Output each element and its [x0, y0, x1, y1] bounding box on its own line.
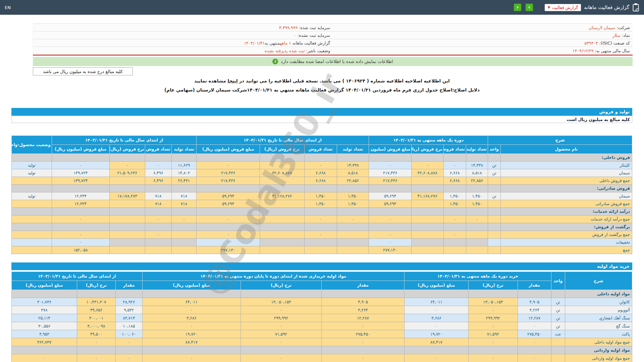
- value-cell: [337, 223, 369, 231]
- value-cell: [443, 239, 466, 246]
- value-cell: [443, 223, 466, 231]
- section-row: مواد اولیه وارداتی: [12, 346, 632, 354]
- value-cell: [145, 185, 171, 192]
- value-cell: [412, 239, 443, 246]
- value-cell: ۲۷۷,۱۳۰: [197, 246, 260, 254]
- value-cell: ۰: [240, 306, 321, 314]
- value-cell: [115, 346, 142, 354]
- value-cell: ۰: [304, 162, 337, 169]
- value-cell: [240, 346, 321, 354]
- value-cell: ۱,۴۵۰: [466, 200, 488, 208]
- row-label: سنگ گچ: [565, 322, 632, 330]
- previous-report-button[interactable]: ‹: [514, 4, 521, 11]
- unit-cell: [488, 200, 500, 208]
- value-cell: ۸,۵۱۸: [337, 169, 369, 177]
- value-cell: [12, 346, 77, 354]
- value-cell: [260, 154, 305, 162]
- value-cell: ۵۹,۶۹۴: [197, 192, 260, 200]
- value-cell: ۰: [337, 216, 369, 223]
- column-header: مبلغ (میلیون ریال): [404, 281, 468, 290]
- registered-capital-cell: سرمایه ثبت شده: ۳,۳۹۹,۹۹۹: [33, 24, 333, 32]
- value-cell: [304, 246, 337, 254]
- report-period-label: گزارش فعالیت ماهانه: [292, 41, 330, 46]
- column-header: مقدار: [518, 281, 551, 290]
- product-status-cell: [12, 200, 52, 208]
- value-cell: ۴۱,۱۶۸,۲۷۶: [260, 192, 305, 200]
- amendment-line-1-tail: مشاهده نمایید: [194, 78, 226, 83]
- column-header: تعداد تولید: [171, 145, 197, 154]
- value-cell: ۷۱۸: [171, 200, 197, 208]
- row-label: کلینکر: [500, 162, 632, 169]
- amendment-line-1-text: این اطلاعیه اصلاحیه اطلاعیه شماره ( ۱۴۰۶…: [239, 78, 449, 83]
- value-cell: ۲۶,۴۳۱: [171, 177, 197, 185]
- row-label: مواد اولیه وارداتی: [565, 346, 632, 354]
- section-row: فروش صادراتی:: [12, 185, 632, 192]
- column-header: شرح: [565, 272, 632, 290]
- row-label: جمع مواد اولیه داخلی: [565, 338, 632, 346]
- info-row: کد صنعت (ISIC): ۵۳۹۴۰۴ گزارش فعالیت ماها…: [33, 39, 633, 47]
- row-label: جمع: [500, 246, 632, 254]
- value-cell: ۰: [369, 216, 412, 223]
- value-cell: ۴۱,۱۶۸,۲۷۶: [412, 192, 443, 200]
- value-cell: ۰: [304, 216, 337, 223]
- value-cell: [337, 185, 369, 192]
- unit-cell: تن: [488, 169, 500, 177]
- value-cell: [466, 246, 488, 254]
- value-cell: ۰: [12, 354, 77, 362]
- table-row: آلوویومتن۳,۲۶۴۰۰۳,۲۶۴۰۰۹,۵۳۲۳۹,۶۵۶۳۷۸: [12, 306, 632, 314]
- column-header: مقدار: [115, 281, 142, 290]
- value-cell: ۰: [52, 162, 109, 169]
- value-cell: [145, 154, 171, 162]
- value-cell: [12, 290, 77, 298]
- section-row: درآمد ارائه خدمات:: [12, 208, 632, 216]
- table-row: سنگ گچتن۰۰۰۰۰۰۱۰,۱۸۵۳,۰۰۰,۰۹۸۳۰,۵۵۶: [12, 322, 632, 330]
- table-row: کلینکرتن۱۴,۳۳۸۰۰۰۱۴,۳۳۸۰۰۰۱۱,۶۲۹۰۰۰تولید: [12, 162, 632, 169]
- report-type-dropdown-label: گزارش فعالیت: [552, 5, 578, 10]
- value-cell: ۰: [369, 231, 412, 239]
- value-cell: ۱۱,۶۲۹: [171, 162, 197, 169]
- table-row: جمع برگشت از فروش۰۰۰۰۰۰: [12, 231, 632, 239]
- value-cell: [469, 346, 518, 354]
- previous-version-link[interactable]: اینجا: [228, 78, 238, 83]
- value-cell: ۰: [443, 216, 466, 223]
- next-report-button[interactable]: ›: [526, 4, 533, 11]
- value-cell: [412, 208, 443, 216]
- value-cell: ۲۷۷,۱۳۰: [369, 246, 412, 254]
- value-cell: [337, 154, 369, 162]
- value-cell: ۰: [145, 162, 171, 169]
- product-status-cell: تولید: [12, 162, 52, 169]
- value-cell: ۰: [469, 306, 518, 314]
- production-table: شرح دوره یک ماهه منتهی به ۱۴۰۴/۰۱/۳۱ از …: [11, 135, 632, 254]
- report-period-mid: منتهی به: [265, 41, 280, 46]
- row-label: جمع مواد اولیه وارداتی: [565, 354, 632, 362]
- column-header: واحد: [551, 272, 565, 290]
- unit-cell: [551, 290, 565, 298]
- info-row: سال مالی منتهی به: ۱۴۰۴/۱۲/۲۹ وضعیت ناشر…: [33, 47, 633, 55]
- report-type-dropdown[interactable]: گزارش فعالیت ▼: [545, 4, 581, 11]
- value-cell: [469, 290, 518, 298]
- value-cell: [260, 185, 305, 192]
- unit-cell: [551, 338, 565, 346]
- language-en-link[interactable]: EN: [5, 5, 11, 10]
- amounts-note-text: کلیه مبالغ درج شده به میلیون ریال می باش…: [43, 69, 123, 74]
- value-cell: ۱۲,۳۳۴: [52, 200, 109, 208]
- column-header: وضعیت محصول-واحد: [12, 136, 52, 154]
- publisher-status-cell: وضعیت ناشر: ثبت شده پذیرفته نشده: [33, 47, 333, 55]
- value-cell: [109, 239, 145, 246]
- table-row: تخفیفات۰۰۰: [12, 239, 632, 246]
- product-status-cell: [12, 231, 52, 239]
- value-cell: ۰: [322, 322, 405, 330]
- value-cell: [171, 246, 197, 254]
- value-cell: ۰: [142, 354, 240, 362]
- value-cell: ۰: [52, 239, 109, 246]
- product-status-cell: [12, 223, 52, 231]
- value-cell: [109, 200, 145, 208]
- unit-cell: عدد: [551, 330, 565, 338]
- value-cell: [115, 290, 142, 298]
- value-cell: ۰: [52, 216, 109, 223]
- symbol-label: نماد:: [622, 33, 630, 38]
- value-cell: ۳۲,۶۰۸,۸۷۸: [260, 169, 305, 177]
- value-cell: [412, 185, 443, 192]
- value-cell: ۱,۴۵۰: [304, 192, 337, 200]
- value-cell: ۰: [469, 354, 518, 362]
